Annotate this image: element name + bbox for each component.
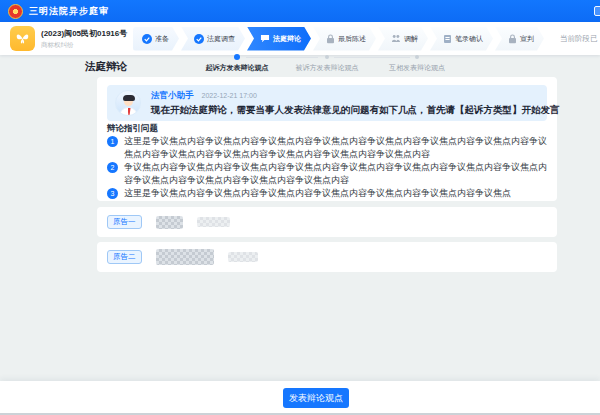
- pending-dot-icon: [325, 55, 329, 59]
- publish-debate-opinion-button[interactable]: 发表辩论观点: [283, 388, 349, 408]
- chat-bubble-icon: [260, 34, 270, 43]
- redacted-text: [197, 217, 230, 227]
- stage-step-judgment[interactable]: 宣判: [495, 27, 544, 51]
- substep-label: 起诉方发表辩论观点: [206, 63, 269, 73]
- redacted-text: [228, 252, 258, 262]
- substep-label: 被诉方发表辩论观点: [296, 63, 359, 73]
- stage-step-label: 法庭辩论: [273, 34, 301, 44]
- stage-step-label: 笔录确认: [455, 34, 483, 44]
- substep-defendant-statement: 被诉方发表辩论观点: [282, 54, 372, 73]
- stage-step-debate[interactable]: 法庭辩论: [247, 27, 311, 51]
- party-row-plaintiff-1[interactable]: 原告一: [97, 207, 557, 237]
- guide-questions-title: 辩论指引问题: [107, 123, 158, 135]
- case-number: (2023)闽05民初01916号: [41, 28, 123, 39]
- notice-message: 现在开始法庭辩论，需要当事人发表法律意见的问题有如下几点，首先请【起诉方类型】开…: [151, 104, 560, 117]
- redacted-name: [156, 216, 183, 229]
- debate-sub-stepper: 起诉方发表辩论观点 被诉方发表辩论观点 互相发表辩论观点: [192, 54, 464, 73]
- top-bar: ★ 三明法院异步庭审: [0, 0, 600, 22]
- stage-note: 当前阶段已: [560, 34, 600, 44]
- substep-plaintiff-statement: 起诉方发表辩论观点: [192, 54, 282, 73]
- substep-mutual-statement: 互相发表辩论观点: [372, 54, 462, 73]
- app-title: 三明法院异步庭审: [29, 5, 109, 18]
- stage-step-prepare[interactable]: 准备: [133, 27, 179, 51]
- lock-icon: [326, 34, 335, 44]
- people-icon: [391, 34, 401, 43]
- window-control-icon[interactable]: [594, 6, 600, 16]
- clipboard-icon: [443, 34, 452, 44]
- stage-step-label: 准备: [155, 34, 169, 44]
- notice-header: 法官小助手 2022-12-21 17:00: [151, 90, 257, 102]
- item-number-badge: 3: [107, 188, 118, 199]
- stage-step-final-statement[interactable]: 最后陈述: [313, 27, 376, 51]
- stage-step-record-confirm[interactable]: 笔录确认: [430, 27, 493, 51]
- guide-question-text: 争议焦点内容争议焦点内容争议焦点内容争议焦点内容争议焦点内容争议焦点内容争议焦点…: [124, 161, 547, 186]
- active-dot-icon: [234, 54, 240, 60]
- check-circle-icon: [142, 34, 152, 44]
- stage-step-label: 宣判: [520, 34, 534, 44]
- lock-icon: [508, 34, 517, 44]
- case-bar: (2023)闽05民初01916号 商标权纠纷 准备 法庭调查 法庭辩论: [0, 22, 600, 55]
- stage-step-label: 法庭调查: [207, 34, 235, 44]
- judge-assistant-avatar: [115, 90, 141, 116]
- guide-question-text: 这里是争议焦点内容争议焦点内容争议焦点内容争议焦点内容争议焦点内容争议焦点内容争…: [124, 135, 547, 160]
- party-row-plaintiff-2[interactable]: 原告二: [97, 242, 557, 272]
- stage-step-label: 调解: [404, 34, 418, 44]
- action-bar: 发表辩论观点: [0, 381, 600, 415]
- item-number-badge: 2: [107, 162, 118, 173]
- stage-step-mediation[interactable]: 调解: [378, 27, 428, 51]
- stage-step-investigation[interactable]: 法庭调查: [181, 27, 245, 51]
- substep-label: 互相发表辩论观点: [389, 63, 445, 73]
- guide-question-item: 2 争议焦点内容争议焦点内容争议焦点内容争议焦点内容争议焦点内容争议焦点内容争议…: [107, 161, 547, 186]
- case-type: 商标权纠纷: [41, 41, 123, 50]
- section-title: 法庭辩论: [85, 60, 127, 74]
- case-meta: (2023)闽05民初01916号 商标权纠纷: [41, 28, 123, 50]
- timestamp: 2022-12-21 17:00: [202, 92, 257, 99]
- redacted-name: [156, 249, 214, 265]
- sender-name: 法官小助手: [151, 90, 194, 102]
- butterfly-icon: [10, 26, 35, 51]
- party-badge: 原告一: [107, 215, 142, 230]
- async-trial-app: ★ 三明法院异步庭审 (2023)闽05民初01916号 商标权纠纷 准备: [0, 0, 600, 415]
- item-number-badge: 1: [107, 136, 118, 147]
- guide-question-text: 这里是争议焦点内容争议焦点内容争议焦点内容争议焦点内容争议焦点内容争议焦点内容争…: [124, 187, 547, 200]
- guide-question-item: 1 这里是争议焦点内容争议焦点内容争议焦点内容争议焦点内容争议焦点内容争议焦点内…: [107, 135, 547, 160]
- stage-stepper: 准备 法庭调查 法庭辩论 最后陈述: [133, 27, 544, 51]
- stage-step-label: 最后陈述: [338, 34, 366, 44]
- judge-assistant-notice: 法官小助手 2022-12-21 17:00 现在开始法庭辩论，需要当事人发表法…: [107, 85, 547, 121]
- guide-question-item: 3 这里是争议焦点内容争议焦点内容争议焦点内容争议焦点内容争议焦点内容争议焦点内…: [107, 187, 547, 200]
- check-circle-icon: [194, 34, 204, 44]
- court-emblem-icon: ★: [8, 4, 23, 19]
- party-badge: 原告二: [107, 250, 142, 265]
- debate-panel: 法官小助手 2022-12-21 17:00 现在开始法庭辩论，需要当事人发表法…: [97, 77, 557, 201]
- pending-dot-icon: [415, 55, 419, 59]
